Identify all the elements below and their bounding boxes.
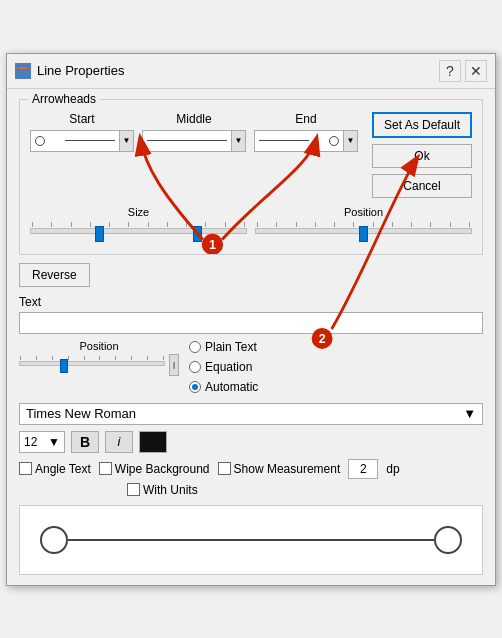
color-picker[interactable] [139, 431, 167, 453]
help-button[interactable]: ? [439, 60, 461, 82]
end-line-left [259, 140, 309, 142]
size-ticks [30, 222, 247, 227]
wipe-background-checkbox[interactable] [99, 462, 112, 475]
show-measurement-label: Show Measurement [234, 462, 341, 476]
end-label: End [295, 112, 316, 126]
tick [128, 222, 129, 227]
equation-radio-row: Equation [189, 360, 483, 374]
middle-dropdown-value [143, 131, 231, 151]
measurement-value-input[interactable] [348, 459, 378, 479]
font-row: Times New Roman ▼ [19, 403, 483, 425]
tick [20, 356, 21, 360]
tick [163, 356, 164, 360]
angle-text-label: Angle Text [35, 462, 91, 476]
size-thumb-left[interactable] [95, 226, 104, 242]
start-dropdown[interactable]: ▼ [30, 130, 134, 152]
font-size-arrow: ▼ [48, 435, 60, 449]
font-name-label: Times New Roman [26, 406, 136, 421]
size-thumb-right[interactable] [193, 226, 202, 242]
middle-dropdown-arrow[interactable]: ▼ [231, 131, 245, 151]
tick [52, 356, 53, 360]
dialog-content: Arrowheads Start ▼ Middle [7, 89, 495, 585]
size-area: Size [30, 206, 247, 244]
tick [167, 222, 168, 227]
preview-circle-left [40, 526, 68, 554]
middle-dropdown[interactable]: ▼ [142, 130, 246, 152]
text-radio-area: Plain Text Equation Automatic [189, 340, 483, 397]
right-buttons: Set As Default Ok Cancel [372, 112, 472, 198]
tick [71, 222, 72, 227]
position-slider-row [255, 220, 472, 244]
format-row: 12 ▼ B i [19, 431, 483, 453]
wipe-background-label: Wipe Background [115, 462, 210, 476]
checkbox-row-1: Angle Text Wipe Background Show Measurem… [19, 459, 483, 479]
end-col: End ▼ [254, 112, 358, 152]
ok-button[interactable]: Ok [372, 144, 472, 168]
arrowheads-row: Start ▼ Middle [30, 112, 472, 198]
title-bar-left: Line Properties [15, 63, 124, 79]
position-area: Position [255, 206, 472, 244]
font-size-select[interactable]: 12 ▼ [19, 431, 65, 453]
angle-text-checkbox[interactable] [19, 462, 32, 475]
tick [296, 222, 297, 227]
tick [276, 222, 277, 227]
italic-button[interactable]: i [105, 431, 133, 453]
plain-text-label: Plain Text [205, 340, 257, 354]
show-measurement-checkbox[interactable] [218, 462, 231, 475]
preview-area [19, 505, 483, 575]
tick [36, 356, 37, 360]
svg-marker-2 [27, 64, 30, 70]
text-input[interactable] [19, 312, 483, 334]
equation-radio[interactable] [189, 361, 201, 373]
tick [148, 222, 149, 227]
tick [411, 222, 412, 227]
end-dropdown[interactable]: ▼ [254, 130, 358, 152]
close-button[interactable]: ✕ [465, 60, 487, 82]
text-pos-end-marker[interactable]: | [169, 354, 179, 376]
tick [430, 222, 431, 227]
arrowheads-section: Arrowheads Start ▼ Middle [19, 99, 483, 255]
tick [225, 222, 226, 227]
wipe-background-checkbox-group: Wipe Background [99, 462, 210, 476]
cancel-button[interactable]: Cancel [372, 174, 472, 198]
tick [109, 222, 110, 227]
tick [115, 356, 116, 360]
tick [392, 222, 393, 227]
tick [353, 222, 354, 227]
font-select[interactable]: Times New Roman ▼ [19, 403, 483, 425]
end-dropdown-arrow[interactable]: ▼ [343, 131, 357, 151]
title-buttons: ? ✕ [439, 60, 487, 82]
text-pos-thumb[interactable] [60, 359, 68, 373]
reverse-button[interactable]: Reverse [19, 263, 90, 287]
middle-col: Middle ▼ [142, 112, 246, 152]
font-size-value: 12 [24, 435, 37, 449]
end-circle-icon [329, 136, 339, 146]
start-line [65, 140, 115, 142]
text-pos-slider-row: | [19, 354, 179, 376]
bold-button[interactable]: B [71, 431, 99, 453]
dp-label: dp [386, 462, 399, 476]
tick [450, 222, 451, 227]
checkbox-row-2: With Units [19, 483, 483, 497]
window-title: Line Properties [37, 63, 124, 78]
text-section-label: Text [19, 295, 483, 309]
show-measurement-checkbox-group: Show Measurement [218, 462, 341, 476]
pos-thumb[interactable] [359, 226, 368, 242]
equation-label: Equation [205, 360, 252, 374]
set-as-default-button[interactable]: Set As Default [372, 112, 472, 138]
reverse-row: Reverse [19, 263, 483, 291]
window-icon [15, 63, 31, 79]
automatic-radio[interactable] [189, 381, 201, 393]
plain-text-radio-row: Plain Text [189, 340, 483, 354]
with-units-checkbox[interactable] [127, 483, 140, 496]
plain-text-radio[interactable] [189, 341, 201, 353]
preview-line [68, 539, 434, 541]
tick [99, 356, 100, 360]
start-dropdown-value [31, 131, 119, 151]
tick [257, 222, 258, 227]
tick [186, 222, 187, 227]
with-units-label: With Units [143, 483, 198, 497]
text-pos-track [19, 361, 165, 366]
start-dropdown-arrow[interactable]: ▼ [119, 131, 133, 151]
tick [51, 222, 52, 227]
